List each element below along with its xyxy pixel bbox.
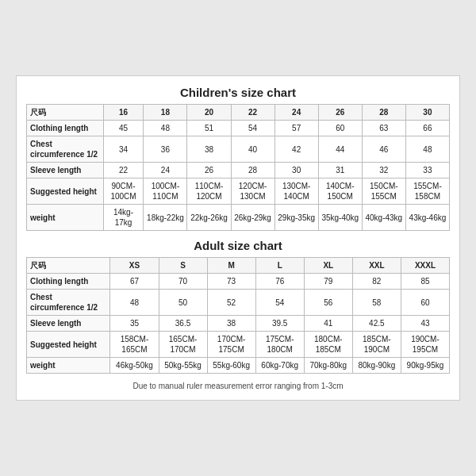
table-cell: 50kg-55kg: [159, 358, 207, 374]
table-cell: 35: [110, 316, 159, 332]
table-cell: 80kg-90kg: [352, 358, 401, 374]
column-header-26: 26: [318, 105, 362, 121]
table-cell: 55kg-60kg: [207, 358, 255, 374]
table-cell: 73: [207, 274, 255, 290]
table-cell: 51: [187, 121, 231, 136]
table-cell: 67: [110, 274, 159, 290]
table-cell: 155CM-158CM: [405, 178, 449, 205]
children-size-table: 尺码1618202224262830 Clothing length454851…: [26, 104, 450, 231]
table-cell: 48: [144, 121, 187, 136]
table-cell: 34: [103, 136, 144, 163]
table-cell: 66: [405, 121, 449, 136]
table-cell: 35kg-40kg: [318, 205, 362, 231]
table-cell: 185CM-190CM: [352, 332, 401, 358]
table-cell: 50: [159, 290, 207, 316]
table-cell: 57: [274, 121, 318, 136]
table-cell: 90CM-100CM: [103, 178, 144, 205]
column-header-s: S: [159, 258, 207, 274]
table-cell: 42: [274, 136, 318, 163]
table-cell: 60kg-70kg: [255, 358, 304, 374]
table-cell: 40kg-43kg: [362, 205, 405, 231]
table-row: Chest circumference 1/248505254565860: [27, 290, 450, 316]
row-label: weight: [27, 205, 104, 231]
row-label: Sleeve length: [27, 163, 104, 178]
column-header-22: 22: [231, 105, 274, 121]
table-cell: 165CM-170CM: [159, 332, 207, 358]
adult-chart-title: Adult size chart: [26, 239, 450, 252]
table-cell: 24: [144, 163, 187, 178]
column-header-尺码: 尺码: [27, 258, 110, 274]
column-header-20: 20: [187, 105, 231, 121]
table-cell: 48: [405, 136, 449, 163]
table-cell: 175CM-180CM: [255, 332, 304, 358]
table-cell: 43: [401, 316, 449, 332]
table-cell: 33: [405, 163, 449, 178]
table-cell: 36: [144, 136, 187, 163]
table-cell: 22: [103, 163, 144, 178]
table-cell: 29kg-35kg: [274, 205, 318, 231]
table-cell: 76: [255, 274, 304, 290]
table-cell: 150CM-155CM: [362, 178, 405, 205]
table-cell: 70: [159, 274, 207, 290]
table-cell: 26: [187, 163, 231, 178]
table-row: Chest circumference 1/23436384042444648: [27, 136, 450, 163]
table-cell: 18kg-22kg: [144, 205, 187, 231]
table-row: Sleeve length2224262830313233: [27, 163, 450, 178]
table-row: weight46kg-50kg50kg-55kg55kg-60kg60kg-70…: [27, 358, 450, 374]
table-cell: 30: [274, 163, 318, 178]
table-cell: 42.5: [352, 316, 401, 332]
row-label: Sleeve length: [27, 316, 110, 332]
table-cell: 56: [304, 290, 352, 316]
table-cell: 41: [304, 316, 352, 332]
table-cell: 32: [362, 163, 405, 178]
table-row: Sleeve length3536.53839.54142.543: [27, 316, 450, 332]
column-header-30: 30: [405, 105, 449, 121]
table-cell: 85: [401, 274, 449, 290]
table-cell: 110CM-120CM: [187, 178, 231, 205]
table-cell: 54: [231, 121, 274, 136]
table-cell: 120CM-130CM: [231, 178, 274, 205]
table-cell: 130CM-140CM: [274, 178, 318, 205]
column-header-28: 28: [362, 105, 405, 121]
row-label: Suggested height: [27, 332, 110, 358]
row-label: Chest circumference 1/2: [27, 136, 104, 163]
table-cell: 100CM-110CM: [144, 178, 187, 205]
column-header-xs: XS: [110, 258, 159, 274]
row-label: Chest circumference 1/2: [27, 290, 110, 316]
table-cell: 70kg-80kg: [304, 358, 352, 374]
table-cell: 82: [352, 274, 401, 290]
column-header-24: 24: [274, 105, 318, 121]
table-row: Suggested height90CM-100CM100CM-110CM110…: [27, 178, 450, 205]
table-cell: 52: [207, 290, 255, 316]
table-cell: 48: [110, 290, 159, 316]
column-header-l: L: [255, 258, 304, 274]
row-label: Clothing length: [27, 274, 110, 290]
column-header-m: M: [207, 258, 255, 274]
table-cell: 44: [318, 136, 362, 163]
row-label: Clothing length: [27, 121, 104, 136]
table-cell: 26kg-29kg: [231, 205, 274, 231]
table-cell: 14kg-17kg: [103, 205, 144, 231]
table-cell: 28: [231, 163, 274, 178]
column-header-16: 16: [103, 105, 144, 121]
table-cell: 54: [255, 290, 304, 316]
table-cell: 36.5: [159, 316, 207, 332]
adult-size-table: 尺码XSSMLXLXXLXXXL Clothing length67707376…: [26, 257, 450, 374]
column-header-xxl: XXL: [352, 258, 401, 274]
column-header-xl: XL: [304, 258, 352, 274]
table-cell: 140CM-150CM: [318, 178, 362, 205]
table-cell: 38: [187, 136, 231, 163]
table-cell: 46kg-50kg: [110, 358, 159, 374]
table-cell: 38: [207, 316, 255, 332]
table-cell: 40: [231, 136, 274, 163]
table-cell: 180CM-185CM: [304, 332, 352, 358]
row-label: weight: [27, 358, 110, 374]
table-row: Clothing length67707376798285: [27, 274, 450, 290]
table-cell: 22kg-26kg: [187, 205, 231, 231]
table-cell: 46: [362, 136, 405, 163]
table-cell: 45: [103, 121, 144, 136]
table-cell: 60: [318, 121, 362, 136]
size-chart-container: Children's size chart 尺码1618202224262830…: [16, 75, 460, 401]
table-cell: 90kg-95kg: [401, 358, 449, 374]
table-cell: 63: [362, 121, 405, 136]
